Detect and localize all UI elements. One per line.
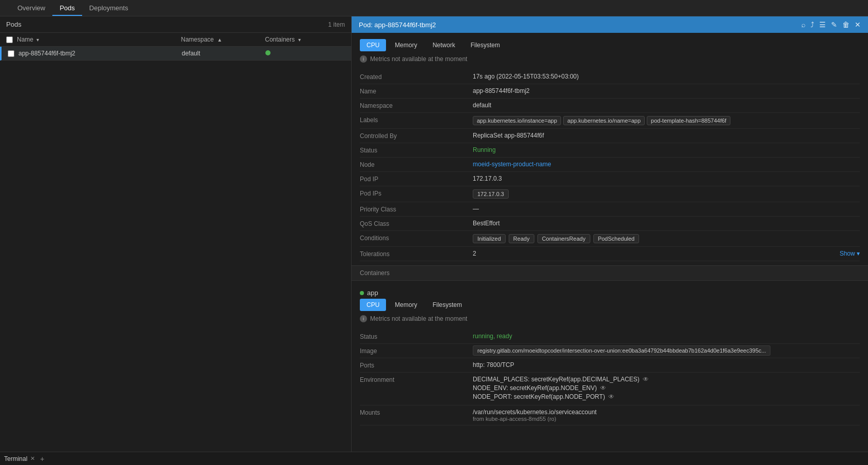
tag-1: app.kubernetes.io/name=app xyxy=(563,116,645,125)
label-pod-ips: Pod IPs xyxy=(360,189,473,197)
value-qos: BestEffort xyxy=(473,220,860,227)
badge-pod-scheduled: PodScheduled xyxy=(593,234,640,243)
namespace-sort-icon: ▲ xyxy=(217,37,222,43)
container-name: app xyxy=(367,289,378,297)
value-labels: app.kubernetes.io/instance=app app.kuber… xyxy=(473,116,860,125)
metrics-tab-filesystem[interactable]: Filesystem xyxy=(464,39,507,51)
tab-pods[interactable]: Pods xyxy=(52,1,82,16)
col-header-namespace[interactable]: Namespace ▲ xyxy=(181,36,261,43)
label-container-env: Environment xyxy=(360,376,473,383)
left-panel: Pods 1 item Name ▾ Namespace ▲ Container… xyxy=(0,16,352,452)
controlled-by-link[interactable]: app-885744f6f xyxy=(504,132,544,139)
share-icon[interactable]: ⤴ xyxy=(811,21,814,29)
search-icon[interactable]: ⌕ xyxy=(801,21,805,29)
tab-overview[interactable]: Overview xyxy=(10,1,52,16)
detail-created: Created 17s ago (2022-05-15T03:53:50+03:… xyxy=(360,70,860,84)
label-controlled-by: Controlled By xyxy=(360,132,473,140)
env-row-2: NODE_PORT: secretKeyRef(app.NODE_PORT) 👁 xyxy=(473,393,860,400)
select-all-checkbox[interactable] xyxy=(6,36,13,43)
pod-content: CPU Memory Network Filesystem i Metrics … xyxy=(352,33,868,452)
value-container-ports: http: 7800/TCP xyxy=(473,361,860,369)
detail-qos: QoS Class BestEffort xyxy=(360,217,860,231)
ip-chip-0: 172.17.0.3 xyxy=(473,189,509,199)
container-tab-memory[interactable]: Memory xyxy=(388,299,423,311)
cell-pod-name: app-885744f6f-tbmj2 xyxy=(18,50,178,57)
metrics-tab-network[interactable]: Network xyxy=(426,39,462,51)
value-namespace: default xyxy=(473,102,860,109)
pod-header-actions: ⌕ ⤴ ☰ ✎ 🗑 ✕ xyxy=(801,21,861,29)
col-header-containers[interactable]: Containers ▾ xyxy=(265,36,345,43)
pod-metrics-tabs: CPU Memory Network Filesystem xyxy=(360,39,860,51)
value-pod-ip: 172.17.0.3 xyxy=(473,175,860,182)
badge-initialized: Initialized xyxy=(473,234,506,243)
col-header-name[interactable]: Name ▾ xyxy=(17,36,177,43)
tag-2: pod-template-hash=885744f6f xyxy=(647,116,730,125)
metrics-tab-memory[interactable]: Memory xyxy=(388,39,423,51)
label-container-ports: Ports xyxy=(360,361,473,369)
top-nav: Overview Pods Deployments xyxy=(0,0,868,16)
detail-namespace: Namespace default xyxy=(360,99,860,113)
label-labels: Labels xyxy=(360,116,473,124)
metrics-info-icon: i xyxy=(360,55,367,63)
table-header: Name ▾ Namespace ▲ Containers ▾ xyxy=(0,33,351,47)
container-tab-filesystem[interactable]: Filesystem xyxy=(426,299,469,311)
container-running-dot xyxy=(360,291,364,295)
edit-icon[interactable]: ✎ xyxy=(831,21,837,29)
detail-priority: Priority Class — xyxy=(360,202,860,217)
badge-ready: Ready xyxy=(509,234,534,243)
env-eye-icon-1[interactable]: 👁 xyxy=(600,384,606,392)
detail-name: Name app-885744f6f-tbmj2 xyxy=(360,84,860,99)
label-created: Created xyxy=(360,73,473,81)
metrics-tab-cpu[interactable]: CPU xyxy=(360,39,386,51)
terminal-close-icon[interactable]: ✕ xyxy=(30,455,35,462)
port-link[interactable]: http: 7800/TCP xyxy=(473,361,514,369)
env-eye-icon-2[interactable]: 👁 xyxy=(608,393,614,400)
value-container-status: running, ready xyxy=(473,333,860,340)
env-eye-icon-0[interactable]: 👁 xyxy=(643,376,649,383)
label-container-status: Status xyxy=(360,333,473,340)
image-value: registry.gitlab.com/moeidtopcoder/inters… xyxy=(473,345,770,356)
cell-namespace: default xyxy=(182,50,261,57)
container-status-dot xyxy=(265,50,271,55)
terminal-bar: Terminal ✕ + xyxy=(0,452,868,465)
badge-containers-ready: ContainersReady xyxy=(537,234,590,243)
value-status: Running xyxy=(473,146,860,153)
terminal-add-icon[interactable]: + xyxy=(40,455,44,463)
detail-labels: Labels app.kubernetes.io/instance=app ap… xyxy=(360,113,860,129)
terminal-label: Terminal xyxy=(4,455,27,462)
table-row[interactable]: app-885744f6f-tbmj2 default xyxy=(0,47,351,61)
detail-pod-ip: Pod IP 172.17.0.3 xyxy=(360,172,860,186)
container-tab-cpu[interactable]: CPU xyxy=(360,299,386,311)
label-tolerations: Tolerations xyxy=(360,250,473,258)
label-namespace: Namespace xyxy=(360,102,473,109)
label-conditions: Conditions xyxy=(360,234,473,242)
mount-from: from kube-api-access-8md55 (ro) xyxy=(473,416,860,422)
close-icon[interactable]: ✕ xyxy=(855,21,861,29)
tolerations-show-link[interactable]: Show ▾ xyxy=(840,250,860,257)
list-icon[interactable]: ☰ xyxy=(819,21,826,29)
value-name: app-885744f6f-tbmj2 xyxy=(473,87,860,94)
right-panel: Pod: app-885744f6f-tbmj2 ⌕ ⤴ ☰ ✎ 🗑 ✕ CPU… xyxy=(352,16,868,452)
value-node[interactable]: moeid-system-product-name xyxy=(473,161,860,168)
tab-deployments[interactable]: Deployments xyxy=(82,1,136,16)
label-priority: Priority Class xyxy=(360,205,473,213)
label-name: Name xyxy=(360,87,473,95)
containers-section-header: Containers xyxy=(352,265,868,281)
label-pod-ip: Pod IP xyxy=(360,175,473,183)
main-layout: Pods 1 item Name ▾ Namespace ▲ Container… xyxy=(0,16,868,452)
label-qos: QoS Class xyxy=(360,220,473,227)
chevron-down-icon: ▾ xyxy=(857,250,860,257)
pods-count: 1 item xyxy=(328,21,345,28)
pod-title: Pod: app-885744f6f-tbmj2 xyxy=(359,21,436,29)
env-row-1: NODE_ENV: secretKeyRef(app.NODE_ENV) 👁 xyxy=(473,384,860,392)
conditions-badges: Initialized Ready ContainersReady PodSch… xyxy=(473,234,860,243)
detail-conditions: Conditions Initialized Ready ContainersR… xyxy=(360,231,860,247)
row-checkbox[interactable] xyxy=(8,50,14,57)
pods-title: Pods xyxy=(6,21,22,28)
value-tolerations: 2 xyxy=(473,250,840,257)
label-container-mounts: Mounts xyxy=(360,409,473,416)
name-sort-icon: ▾ xyxy=(36,37,39,43)
container-info-icon: i xyxy=(360,315,367,322)
env-row-0: DECIMAL_PLACES: secretKeyRef(app.DECIMAL… xyxy=(473,376,860,383)
delete-icon[interactable]: 🗑 xyxy=(842,21,850,29)
